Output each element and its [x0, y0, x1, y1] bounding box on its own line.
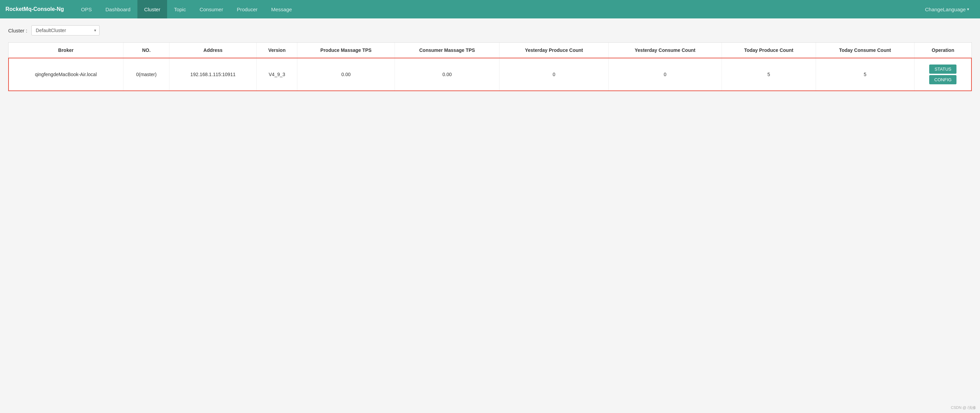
navbar-items: OPSDashboardClusterTopicConsumerProducer… — [74, 0, 920, 18]
col-header-today-consume-count: Today Consume Count — [816, 43, 914, 58]
navbar-item-topic[interactable]: Topic — [167, 0, 192, 18]
col-header-broker: Broker — [8, 43, 123, 58]
navbar-item-ops[interactable]: OPS — [74, 0, 99, 18]
col-header-operation: Operation — [914, 43, 972, 58]
operation-cell: STATUSCONFIG — [914, 58, 972, 91]
col-header-yesterday-produce-count: Yesterday Produce Count — [500, 43, 608, 58]
version-cell: V4_9_3 — [256, 58, 297, 91]
broker-table: BrokerNO.AddressVersionProduce Massage T… — [8, 43, 972, 91]
status-button[interactable]: STATUS — [929, 64, 956, 74]
yesterday-produce-cell: 0 — [500, 58, 608, 91]
cluster-label: Cluster : — [8, 28, 27, 33]
navbar-item-producer[interactable]: Producer — [230, 0, 264, 18]
col-header-version: Version — [256, 43, 297, 58]
cluster-row: Cluster : DefaultCluster ▾ — [8, 25, 972, 35]
table-row: qingfengdeMacBook-Air.local0(master)192.… — [8, 58, 972, 91]
navbar: RocketMq-Console-Ng OPSDashboardClusterT… — [0, 0, 980, 18]
yesterday-consume-cell: 0 — [608, 58, 722, 91]
config-button[interactable]: CONFIG — [929, 75, 956, 84]
page-content: Cluster : DefaultCluster ▾ BrokerNO.Addr… — [0, 18, 980, 98]
col-header-no.: NO. — [123, 43, 169, 58]
col-header-produce-massage-tps: Produce Massage TPS — [298, 43, 395, 58]
broker-cell: qingfengdeMacBook-Air.local — [8, 58, 123, 91]
change-language-button[interactable]: ChangeLanguage — [920, 6, 975, 12]
consumer-tps-cell: 0.00 — [395, 58, 500, 91]
navbar-brand: RocketMq-Console-Ng — [5, 6, 64, 12]
col-header-yesterday-consume-count: Yesterday Consume Count — [608, 43, 722, 58]
broker-table-container: BrokerNO.AddressVersionProduce Massage T… — [8, 42, 972, 91]
navbar-item-message[interactable]: Message — [264, 0, 299, 18]
navbar-item-dashboard[interactable]: Dashboard — [99, 0, 137, 18]
address-cell: 192.168.1.115:10911 — [169, 58, 257, 91]
col-header-consumer-massage-tps: Consumer Massage TPS — [395, 43, 500, 58]
table-header: BrokerNO.AddressVersionProduce Massage T… — [8, 43, 972, 58]
table-body: qingfengdeMacBook-Air.local0(master)192.… — [8, 58, 972, 91]
today-produce-cell: 5 — [722, 58, 816, 91]
navbar-item-consumer[interactable]: Consumer — [192, 0, 230, 18]
navbar-right: ChangeLanguage — [920, 6, 975, 12]
produce-tps-cell: 0.00 — [298, 58, 395, 91]
cluster-select[interactable]: DefaultCluster — [31, 25, 100, 35]
cluster-select-wrapper: DefaultCluster ▾ — [31, 25, 100, 35]
col-header-today-produce-count: Today Produce Count — [722, 43, 816, 58]
no-cell: 0(master) — [123, 58, 169, 91]
today-consume-cell: 5 — [816, 58, 914, 91]
navbar-item-cluster[interactable]: Cluster — [137, 0, 167, 18]
table-header-row: BrokerNO.AddressVersionProduce Massage T… — [8, 43, 972, 58]
col-header-address: Address — [169, 43, 257, 58]
